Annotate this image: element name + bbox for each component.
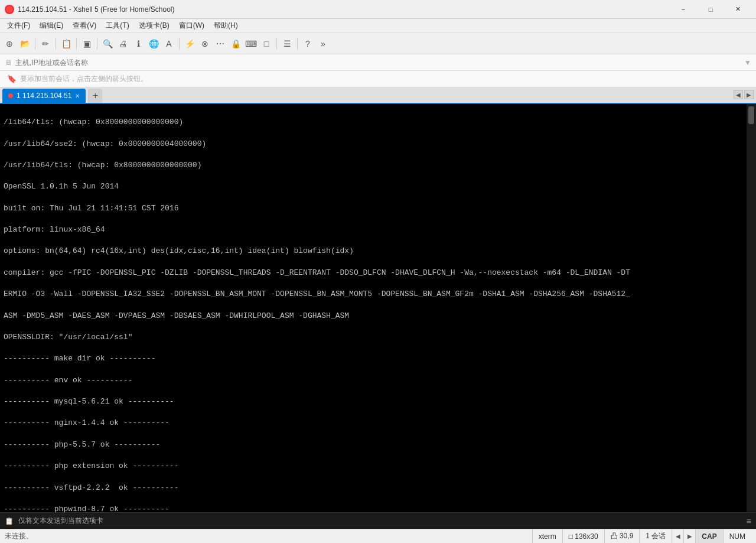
lock-button[interactable]: 🔒 <box>229 37 243 51</box>
terminal-output[interactable]: /lib64/tls: (hwcap: 0x8000000000000000) … <box>0 104 747 512</box>
hint-text: 要添加当前会话，点击左侧的箭头按钮。 <box>20 74 148 84</box>
terminal-line: compiler: gcc -fPIC -DOPENSSL_PIC -DZLIB… <box>4 268 743 278</box>
toolbar-divider-7 <box>297 38 298 50</box>
app-icon <box>5 5 14 14</box>
toolbar-divider-2 <box>56 38 56 50</box>
help-button[interactable]: ? <box>301 37 315 51</box>
tab-nav-left[interactable]: ◀ <box>734 90 743 99</box>
menu-tools[interactable]: 工具(T) <box>101 19 133 32</box>
find-button[interactable]: 🔍 <box>100 37 115 51</box>
pencil-button[interactable]: ✏ <box>38 37 53 51</box>
globe-button[interactable]: 🌐 <box>146 37 161 51</box>
address-icon: 🖥 <box>5 58 12 67</box>
toolbar-divider-1 <box>35 38 35 50</box>
status-dimensions: □ 136x30 <box>562 529 604 544</box>
terminal-line: ---------- nginx-1.4.4 ok ---------- <box>4 418 743 428</box>
tab-label: 1 114.215.104.51 <box>17 92 71 100</box>
terminal-line: built on: Thu Jul 21 11:41:51 CST 2016 <box>4 203 743 214</box>
status-bar: 未连接。 xterm □ 136x30 凸 30,9 1 会话 ◀ ▶ CAP … <box>0 529 756 543</box>
open-button[interactable]: 📂 <box>18 37 32 51</box>
address-input[interactable] <box>15 58 741 67</box>
toolbar-divider-5 <box>179 38 180 50</box>
active-tab[interactable]: 1 114.215.104.51 ✕ <box>2 89 86 103</box>
nav-button[interactable]: ☰ <box>280 37 294 51</box>
toolbar-divider-3 <box>76 38 77 50</box>
menu-edit[interactable]: 编辑(E) <box>35 19 68 32</box>
terminal-line: ASM -DMD5_ASM -DAES_ASM -DVPAES_ASM -DBS… <box>4 311 743 321</box>
tab-navigation: ◀ ▶ <box>734 90 754 99</box>
terminal-line: OPENSSLDIR: "/usr/local/ssl" <box>4 332 743 343</box>
toolbar: ⊕ 📂 ✏ 📋 ▣ 🔍 🖨 ℹ 🌐 A ⚡ ⊗ ⋯ 🔒 ⌨ □ ☰ ? » <box>0 33 756 54</box>
scrollbar-thumb[interactable] <box>748 106 754 124</box>
plug-button[interactable]: ⚡ <box>183 37 197 51</box>
hint-icon: 🔖 <box>7 74 17 83</box>
session-hint: 🔖 要添加当前会话，点击左侧的箭头按钮。 <box>0 71 756 87</box>
status-cap: CAP <box>695 529 722 544</box>
keyboard-button[interactable]: ⌨ <box>244 37 258 51</box>
terminal-scrollbar[interactable] <box>747 104 756 512</box>
terminal-line: ---------- env ok ---------- <box>4 375 743 386</box>
terminal-line: ---------- php extension ok ---------- <box>4 461 743 472</box>
terminal-line: /usr/lib64/tls: (hwcap: 0x80000000000000… <box>4 160 743 171</box>
terminal-line: OpenSSL 1.0.1h 5 Jun 2014 <box>4 181 743 192</box>
add-tab-button[interactable]: + <box>88 89 102 103</box>
address-bar: 🖥 ▼ <box>0 54 756 71</box>
status-right-panel: xterm □ 136x30 凸 30,9 1 会话 ◀ ▶ CAP NUM <box>532 529 751 544</box>
menu-window[interactable]: 窗口(W) <box>174 19 209 32</box>
menu-view[interactable]: 查看(V) <box>68 19 101 32</box>
input-bar: 📋 仅将文本发送到当前选项卡 ≡ <box>0 512 756 529</box>
new-session-button[interactable]: ⊕ <box>2 37 17 51</box>
status-nav-right[interactable]: ▶ <box>683 529 695 544</box>
terminal-line: ---------- phpwind-8.7 ok ---------- <box>4 504 743 512</box>
maximize-button[interactable]: □ <box>697 0 724 19</box>
expand-button[interactable]: ≡ <box>747 516 751 526</box>
menu-tab[interactable]: 选项卡(B) <box>134 19 174 32</box>
tab-nav-right[interactable]: ▶ <box>744 90 754 99</box>
print-button[interactable]: 🖨 <box>116 37 130 51</box>
title-bar: 114.215.104.51 - Xshell 5 (Free for Home… <box>0 0 756 19</box>
minimize-button[interactable]: − <box>670 0 697 19</box>
terminal-line: ---------- vsftpd-2.2.2 ok ---------- <box>4 483 743 493</box>
terminal-line: /lib64/tls: (hwcap: 0x8000000000000000) <box>4 117 743 128</box>
status-position: 凸 30,9 <box>604 529 640 544</box>
toolbar-divider-4 <box>97 38 97 50</box>
tab-status-dot <box>8 93 13 98</box>
menu-bar: 文件(F) 编辑(E) 查看(V) 工具(T) 选项卡(B) 窗口(W) 帮助(… <box>0 19 756 33</box>
status-connection: 未连接。 <box>5 531 532 541</box>
terminal-line: ERMIO -O3 -Wall -DOPENSSL_IA32_SSE2 -DOP… <box>4 289 743 300</box>
terminal-line: ---------- mysql-5.6.21 ok ---------- <box>4 396 743 407</box>
status-sessions: 1 会话 <box>639 529 672 544</box>
grid-button[interactable]: ⋯ <box>213 37 227 51</box>
font-button[interactable]: A <box>162 37 176 51</box>
address-dropdown-icon[interactable]: ▼ <box>744 58 751 67</box>
status-nav-left[interactable]: ◀ <box>672 529 683 544</box>
terminal-line: options: bn(64,64) rc4(16x,int) des(idx,… <box>4 246 743 256</box>
terminal-line: ---------- php-5.5.7 ok ---------- <box>4 440 743 450</box>
tab-bar: 1 114.215.104.51 ✕ + ◀ ▶ <box>0 87 756 104</box>
box-button[interactable]: □ <box>259 37 273 51</box>
more-button[interactable]: » <box>316 37 330 51</box>
window-controls: − □ ✕ <box>670 0 751 19</box>
status-terminal-type: xterm <box>532 529 562 544</box>
status-num: NUM <box>723 529 751 544</box>
menu-file[interactable]: 文件(F) <box>2 19 35 32</box>
tab-close-button[interactable]: ✕ <box>75 93 80 99</box>
sessions-button[interactable]: 📋 <box>59 37 73 51</box>
copy-button[interactable]: ▣ <box>80 37 94 51</box>
paste-down-button[interactable]: ℹ <box>131 37 145 51</box>
close-button[interactable]: ✕ <box>724 0 751 19</box>
terminal-line: platform: linux-x86_64 <box>4 225 743 235</box>
terminal-line: ---------- make dir ok ---------- <box>4 353 743 364</box>
toolbar-divider-6 <box>276 38 277 50</box>
menu-help[interactable]: 帮助(H) <box>209 19 243 32</box>
terminal-line: /usr/lib64/sse2: (hwcap: 0x0000000004000… <box>4 139 743 149</box>
title-text: 114.215.104.51 - Xshell 5 (Free for Home… <box>18 5 670 14</box>
input-icon: 📋 <box>5 517 14 525</box>
disconnect-button[interactable]: ⊗ <box>198 37 212 51</box>
terminal-wrapper: /lib64/tls: (hwcap: 0x8000000000000000) … <box>0 104 756 512</box>
input-bar-label: 仅将文本发送到当前选项卡 <box>18 516 103 526</box>
